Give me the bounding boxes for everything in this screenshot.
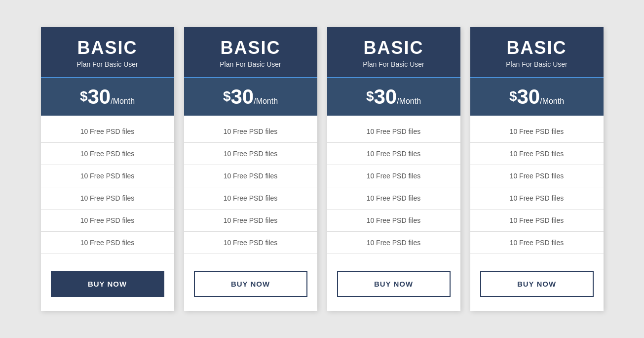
card-header-1: BASICPlan For Basic User	[41, 27, 174, 78]
card-footer-1: BUY NOW	[41, 259, 174, 311]
feature-item-2-2: 10 Free PSD files	[184, 143, 317, 165]
card-price-4: $30/Month	[470, 77, 604, 116]
pricing-card-4: BASICPlan For Basic User$30/Month10 Free…	[470, 27, 604, 311]
feature-item-1-5: 10 Free PSD files	[41, 210, 174, 232]
feature-item-4-4: 10 Free PSD files	[470, 187, 604, 210]
feature-item-2-3: 10 Free PSD files	[184, 165, 317, 187]
price-dollar-2: $	[223, 88, 231, 104]
card-title-3: BASIC	[332, 38, 455, 58]
feature-item-3-6: 10 Free PSD files	[327, 232, 460, 254]
price-amount-4: 30	[517, 85, 540, 108]
feature-item-2-6: 10 Free PSD files	[184, 232, 317, 254]
card-footer-4: BUY NOW	[470, 259, 604, 311]
price-period-2: /Month	[254, 97, 278, 105]
price-dollar-4: $	[509, 88, 517, 104]
feature-item-4-3: 10 Free PSD files	[470, 165, 604, 187]
card-price-1: $30/Month	[41, 77, 174, 116]
feature-item-3-3: 10 Free PSD files	[327, 165, 460, 187]
card-title-2: BASIC	[189, 38, 312, 58]
card-features-1: 10 Free PSD files10 Free PSD files10 Fre…	[41, 116, 174, 259]
card-header-3: BASICPlan For Basic User	[327, 27, 460, 78]
price-display-4: $30/Month	[509, 97, 564, 105]
feature-item-3-5: 10 Free PSD files	[327, 210, 460, 232]
card-subtitle-1: Plan For Basic User	[46, 60, 169, 68]
feature-item-3-1: 10 Free PSD files	[327, 121, 460, 143]
card-subtitle-3: Plan For Basic User	[332, 60, 455, 68]
pricing-card-2: BASICPlan For Basic User$30/Month10 Free…	[184, 27, 317, 311]
feature-item-4-2: 10 Free PSD files	[470, 143, 604, 165]
buy-now-button-3[interactable]: BUY NOW	[337, 271, 451, 297]
feature-item-1-3: 10 Free PSD files	[41, 165, 174, 187]
price-display-1: $30/Month	[80, 97, 135, 105]
card-features-2: 10 Free PSD files10 Free PSD files10 Fre…	[184, 116, 317, 259]
card-features-4: 10 Free PSD files10 Free PSD files10 Fre…	[470, 116, 604, 259]
card-price-3: $30/Month	[327, 77, 460, 116]
pricing-card-3: BASICPlan For Basic User$30/Month10 Free…	[327, 27, 460, 311]
card-footer-3: BUY NOW	[327, 259, 460, 311]
pricing-container: BASICPlan For Basic User$30/Month10 Free…	[21, 17, 623, 321]
card-subtitle-4: Plan For Basic User	[475, 60, 599, 68]
pricing-card-1: BASICPlan For Basic User$30/Month10 Free…	[41, 27, 174, 311]
card-title-1: BASIC	[46, 38, 169, 58]
price-period-4: /Month	[540, 97, 564, 105]
price-amount-3: 30	[374, 85, 397, 108]
feature-item-4-1: 10 Free PSD files	[470, 121, 604, 143]
feature-item-2-1: 10 Free PSD files	[184, 121, 317, 143]
feature-item-1-1: 10 Free PSD files	[41, 121, 174, 143]
feature-item-2-4: 10 Free PSD files	[184, 187, 317, 210]
feature-item-4-5: 10 Free PSD files	[470, 210, 604, 232]
price-amount-1: 30	[87, 85, 111, 108]
buy-now-button-2[interactable]: BUY NOW	[194, 271, 307, 297]
price-dollar-1: $	[80, 88, 88, 104]
card-header-2: BASICPlan For Basic User	[184, 27, 317, 78]
card-price-2: $30/Month	[184, 77, 317, 116]
card-header-4: BASICPlan For Basic User	[470, 27, 604, 78]
price-dollar-3: $	[366, 88, 374, 104]
price-amount-2: 30	[230, 85, 254, 108]
feature-item-3-2: 10 Free PSD files	[327, 143, 460, 165]
card-subtitle-2: Plan For Basic User	[189, 60, 312, 68]
price-display-3: $30/Month	[366, 97, 421, 105]
feature-item-3-4: 10 Free PSD files	[327, 187, 460, 210]
buy-now-button-4[interactable]: BUY NOW	[480, 271, 594, 297]
feature-item-4-6: 10 Free PSD files	[470, 232, 604, 254]
feature-item-1-6: 10 Free PSD files	[41, 232, 174, 254]
card-features-3: 10 Free PSD files10 Free PSD files10 Fre…	[327, 116, 460, 259]
price-period-1: /Month	[111, 97, 135, 105]
buy-now-button-1[interactable]: BUY NOW	[51, 271, 164, 297]
card-footer-2: BUY NOW	[184, 259, 317, 311]
price-period-3: /Month	[397, 97, 421, 105]
price-display-2: $30/Month	[223, 97, 278, 105]
feature-item-2-5: 10 Free PSD files	[184, 210, 317, 232]
feature-item-1-4: 10 Free PSD files	[41, 187, 174, 210]
card-title-4: BASIC	[475, 38, 599, 58]
feature-item-1-2: 10 Free PSD files	[41, 143, 174, 165]
